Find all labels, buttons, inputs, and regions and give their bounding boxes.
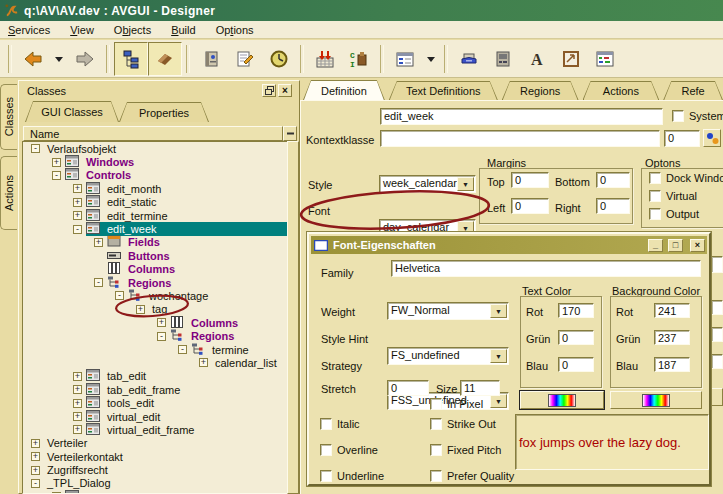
tree-item-regions[interactable]: -Regions <box>23 329 287 342</box>
tree-expander[interactable]: - <box>94 278 103 287</box>
layout-dropdown-button[interactable] <box>422 42 440 76</box>
panel-float-button[interactable] <box>262 84 276 97</box>
chevron-down-icon[interactable]: ▼ <box>490 349 507 363</box>
tree-item-fields[interactable]: +Fields <box>23 236 287 249</box>
tree-expander[interactable]: - <box>31 144 40 153</box>
tree-expander[interactable]: + <box>31 466 40 475</box>
device-button[interactable] <box>486 42 520 76</box>
printer-button[interactable] <box>452 42 486 76</box>
tree-item-_tpl_dialog[interactable]: -_TPL_Dialog <box>23 477 287 490</box>
close-button[interactable]: × <box>690 239 705 252</box>
tree-item-virtual_edit[interactable]: +virtual_edit <box>23 410 287 423</box>
margin-top-input[interactable]: 0 <box>511 172 549 188</box>
address-book-button[interactable] <box>194 42 228 76</box>
tab-regions[interactable]: Regions <box>502 81 579 100</box>
class-tree-button[interactable] <box>114 42 148 76</box>
tree-item-edit_termine[interactable]: +edit_termine <box>23 209 287 222</box>
tree-expander[interactable]: - <box>52 171 61 180</box>
dialog-title-bar[interactable]: Font-Eigenschaften _ □ × <box>311 236 707 254</box>
style-hint-dropdown[interactable]: FS_undefined▼ <box>387 347 509 365</box>
text-rot-input[interactable]: 170 <box>558 303 594 318</box>
tree-item-columns[interactable]: Columns <box>23 263 287 276</box>
back-arrow-button[interactable] <box>16 42 50 76</box>
tree-item-tab_edit_frame[interactable]: +tab_edit_frame <box>23 383 287 396</box>
tree-item-tab_edit[interactable]: +tab_edit <box>23 370 287 383</box>
side-tab-classes[interactable]: Classes <box>0 84 17 150</box>
tree-item-windows[interactable]: +Windows <box>23 490 287 494</box>
eraser-button[interactable] <box>148 42 182 76</box>
class-name-input[interactable]: edit_week <box>380 108 663 125</box>
tree-expander[interactable]: - <box>31 479 40 488</box>
context-number-input[interactable]: 0 <box>664 130 700 147</box>
family-input[interactable]: Helvetica <box>391 260 701 277</box>
font-letter-button[interactable]: A <box>520 42 554 76</box>
tree-expander[interactable]: - <box>157 332 166 341</box>
font-italic-checkbox[interactable]: Italic <box>320 418 384 430</box>
panel-close-button[interactable]: × <box>278 84 292 97</box>
menu-view[interactable]: View <box>70 24 94 36</box>
weight-dropdown[interactable]: FW_Normal▼ <box>387 302 509 320</box>
size-input[interactable]: 11 <box>460 380 500 396</box>
tree-item-columns[interactable]: +Columns <box>23 316 287 329</box>
font-strike-out-checkbox[interactable]: Strike Out <box>430 418 514 430</box>
tab-definition[interactable]: Definition <box>303 80 385 100</box>
kontextklasse-input[interactable] <box>380 130 660 147</box>
edit-note-button[interactable] <box>228 42 262 76</box>
forward-arrow-button[interactable] <box>68 42 102 76</box>
opton-virtual-checkbox[interactable]: Virtual <box>649 190 723 202</box>
tree-expander[interactable]: + <box>73 198 82 207</box>
font-underline-checkbox[interactable]: Underline <box>320 470 384 482</box>
side-tab-actions[interactable]: Actions <box>0 156 17 230</box>
tree-item-verlaufsobjekt[interactable]: -Verlaufsobjekt <box>23 142 287 155</box>
import-grid-button[interactable] <box>308 42 342 76</box>
font-fixed-pitch-checkbox[interactable]: Fixed Pitch <box>430 444 514 456</box>
context-picker-button[interactable] <box>703 129 721 147</box>
in-pixel-checkbox[interactable]: In Pixel <box>430 398 483 410</box>
tree-expander[interactable]: + <box>73 412 82 421</box>
image-button[interactable] <box>554 42 588 76</box>
menu-options[interactable]: Options <box>216 24 254 36</box>
tree-expander[interactable]: - <box>178 345 187 354</box>
tree-expander[interactable]: + <box>73 385 82 394</box>
tree-expander[interactable]: + <box>73 425 82 434</box>
tree-item-buttons[interactable]: Buttons <box>23 249 287 262</box>
text-gruen-input[interactable]: 0 <box>558 330 594 345</box>
tree-item-calendar_list[interactable]: +calendar_list <box>23 356 287 369</box>
tab-actions[interactable]: Actions <box>583 81 660 100</box>
tree-item-tools_edit[interactable]: +tools_edit <box>23 396 287 409</box>
bg-rot-input[interactable]: 241 <box>654 303 690 318</box>
stretch-input[interactable]: 0 <box>387 380 429 396</box>
margin-left-input[interactable]: 0 <box>511 198 549 214</box>
maximize-button[interactable]: □ <box>668 239 683 252</box>
menu-objects[interactable]: Objects <box>114 24 151 36</box>
tree-item-verteilerkontakt[interactable]: +Verteilerkontakt <box>23 450 287 463</box>
tab-text-definitions[interactable]: Text Definitions <box>389 81 498 100</box>
bg-gruen-input[interactable]: 237 <box>654 330 690 345</box>
tree-item-termine[interactable]: -termine <box>23 343 287 356</box>
bg-blau-input[interactable]: 187 <box>654 357 690 372</box>
menu-build[interactable]: Build <box>171 24 195 36</box>
margin-bottom-input[interactable]: 0 <box>596 172 630 188</box>
tab-properties[interactable]: Properties <box>119 102 209 122</box>
tree-expander[interactable]: + <box>73 184 82 193</box>
tree-item-virtual_edit_frame[interactable]: +virtual_edit_frame <box>23 423 287 436</box>
chevron-down-icon[interactable]: ▼ <box>490 304 507 318</box>
font-overline-checkbox[interactable]: Overline <box>320 444 384 456</box>
chevron-down-icon[interactable]: ▼ <box>457 177 474 191</box>
minimize-button[interactable]: _ <box>648 239 663 252</box>
text-blau-input[interactable]: 0 <box>558 357 594 372</box>
text-color-picker-button[interactable] <box>520 391 604 409</box>
tree-expander[interactable]: + <box>31 452 40 461</box>
tree-expander[interactable]: - <box>73 225 82 234</box>
tree-column-header[interactable]: Name <box>23 126 283 141</box>
chevron-down-icon[interactable]: ▼ <box>490 394 507 408</box>
tree-expander[interactable]: - <box>115 291 124 300</box>
header-scroll-button[interactable] <box>283 126 297 141</box>
history-dropdown-button[interactable] <box>50 42 68 76</box>
tree-item-wochentage[interactable]: -wochentage <box>23 289 287 302</box>
class-generator-button[interactable]: CI <box>342 42 376 76</box>
tree-expander[interactable]: + <box>73 399 82 408</box>
tree-expander[interactable]: + <box>31 439 40 448</box>
opton-output-checkbox[interactable]: Output <box>649 208 723 220</box>
tab-refe[interactable]: Refe <box>663 81 723 100</box>
